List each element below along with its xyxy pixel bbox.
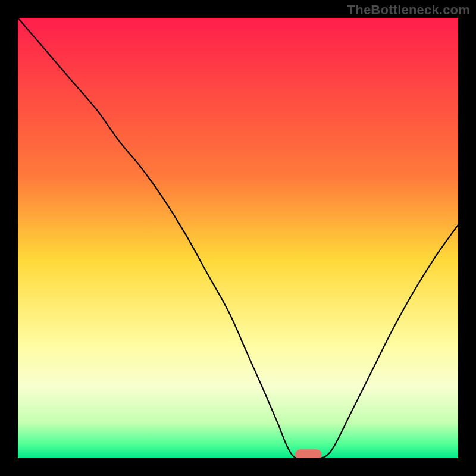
optimal-marker xyxy=(295,449,321,458)
chart-svg xyxy=(18,18,458,458)
plot-area xyxy=(18,18,458,458)
chart-frame: TheBottleneck.com xyxy=(0,0,476,476)
watermark-text: TheBottleneck.com xyxy=(347,2,470,18)
gradient-background xyxy=(18,18,458,458)
